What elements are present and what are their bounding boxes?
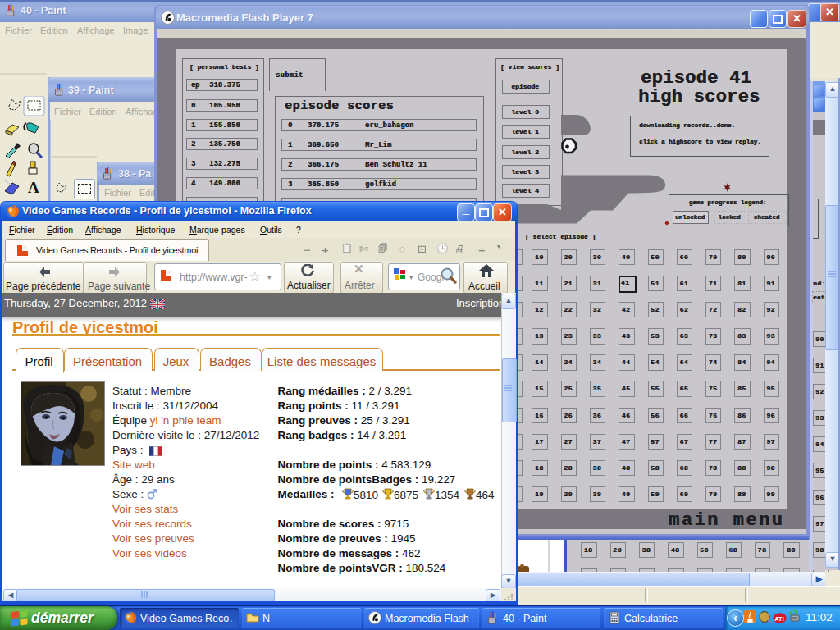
svg-text:A: A [28,179,39,196]
svg-text:ATI: ATI [774,615,784,623]
